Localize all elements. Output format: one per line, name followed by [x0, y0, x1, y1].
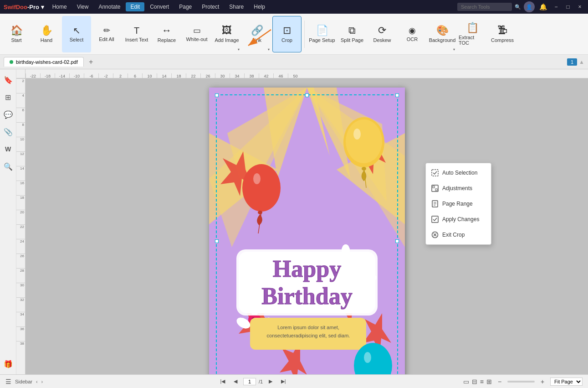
svg-point-23 [242, 164, 281, 212]
tool-background[interactable]: 🎨 Background ▾ [428, 16, 457, 52]
tool-edit-all[interactable]: ✏ Edit All [92, 16, 121, 52]
svg-text:Birthday: Birthday [261, 283, 352, 309]
ctx-exit-crop-label: Exit Crop [442, 232, 465, 238]
tool-page-setup[interactable]: 📄 Page Setup [307, 16, 337, 52]
zoom-slider[interactable] [507, 381, 535, 383]
tab-scroll-up[interactable]: ▲ [579, 59, 584, 65]
tab-add-button[interactable]: + [86, 57, 97, 67]
tool-hand[interactable]: ✋ Hand [32, 16, 61, 52]
ruler-mark-v: 20 [16, 210, 25, 224]
tool-compress[interactable]: 🗜 Compress [488, 16, 517, 52]
tool-start[interactable]: 🏠 Start [2, 16, 31, 52]
tool-compress-label: Compress [491, 37, 514, 43]
zoom-in-button[interactable]: + [537, 377, 547, 387]
ctx-exit-crop[interactable]: Exit Crop [426, 227, 491, 243]
crop-icon: ⊡ [283, 26, 291, 36]
tab-filename: birthday-wishes-card-02.pdf [16, 59, 78, 65]
sidebar-search[interactable]: 🔍 [1, 160, 15, 173]
zoom-select[interactable]: Fit Page 50% 75% 100% 125% 150% [550, 378, 583, 386]
ruler-mark-v: 30 [16, 283, 25, 297]
sidebar-label: Sidebar [15, 379, 32, 384]
ruler-mark-v: 18 [16, 195, 25, 210]
menu-view[interactable]: View [72, 2, 93, 11]
sidebar-bookmark[interactable]: 🔖 [1, 73, 15, 87]
bottombar-center: |◀ ◀ /1 ▶ ▶| [218, 377, 288, 387]
link-icon: 🔗 [251, 26, 263, 36]
sidebar-next-button[interactable]: › [41, 379, 43, 384]
svg-rect-94 [432, 170, 438, 176]
tool-white-out[interactable]: ▭ White-out [182, 16, 211, 52]
close-button[interactable]: × [575, 2, 584, 11]
last-page-button[interactable]: ▶| [278, 377, 288, 387]
sidebar-toggle-icon[interactable]: ☰ [5, 378, 11, 385]
maximize-button[interactable]: □ [563, 2, 573, 11]
tool-replace-label: Replace [158, 37, 176, 43]
ruler-mark: -10 [69, 73, 84, 78]
deskew-icon: ⟳ [378, 26, 386, 36]
view-single-icon[interactable]: ▭ [463, 378, 469, 385]
tool-extract-toc[interactable]: 📋 Extract TOC [458, 16, 487, 52]
tool-link[interactable]: 🔗 Link ▾ [242, 16, 271, 52]
add-image-dropdown: ▾ [238, 47, 240, 52]
menu-help[interactable]: Help [249, 2, 270, 11]
ctx-apply-changes[interactable]: Apply Changes [426, 212, 491, 227]
prev-page-button[interactable]: ◀ [230, 377, 240, 387]
tool-deskew[interactable]: ⟳ Deskew [368, 16, 397, 52]
first-page-button[interactable]: |◀ [218, 377, 228, 387]
menu-edit[interactable]: Edit [126, 2, 144, 11]
zoom-out-button[interactable]: − [495, 377, 505, 387]
tab-scroll: 1 ▲ [565, 58, 584, 66]
minimize-button[interactable]: − [552, 2, 561, 11]
tool-split-page[interactable]: ⧉ Split Page [337, 16, 367, 52]
menu-share[interactable]: Share [225, 2, 248, 11]
menu-protect[interactable]: Protect [197, 2, 224, 11]
next-page-button[interactable]: ▶ [266, 377, 276, 387]
tab-saved-indicator [10, 60, 13, 64]
ruler-mark-v: 28 [16, 268, 25, 283]
tool-add-image[interactable]: 🖼 Add Image ▾ [212, 16, 241, 52]
ruler-mark: 18 [171, 73, 186, 78]
sidebar-comments[interactable]: 💬 [1, 108, 15, 121]
white-out-icon: ▭ [193, 26, 201, 35]
ruler-corner [16, 69, 26, 78]
search-input[interactable] [457, 3, 512, 11]
sidebar-gift[interactable]: 🎁 [1, 357, 15, 371]
view-scroll-icon[interactable]: ≡ [480, 378, 484, 385]
ctx-page-range[interactable]: Page Range [426, 196, 491, 212]
ruler-mark: 6 [128, 73, 142, 78]
sidebar-attachments[interactable]: 📎 [1, 125, 15, 139]
ruler-mark: 38 [244, 73, 259, 78]
page-number-input[interactable] [243, 378, 256, 385]
menu-annotate[interactable]: Annotate [94, 2, 125, 11]
ruler-mark-v: 26 [16, 253, 25, 268]
sidebar-pages[interactable]: ⊞ [1, 90, 15, 104]
ctx-adjustments[interactable]: Adjustments [426, 181, 491, 196]
svg-point-77 [364, 352, 371, 363]
tool-insert-text[interactable]: T Insert Text [122, 16, 151, 52]
tool-crop-label: Crop [281, 37, 292, 43]
tool-crop[interactable]: ⊡ Crop [272, 16, 302, 52]
ruler-mark-v: 4 [16, 93, 25, 108]
page-total-label: /1 [259, 379, 263, 384]
sidebar-prev-button[interactable]: ‹ [36, 379, 38, 384]
svg-text:consectetueradipiscing elit, s: consectetueradipiscing elit, sed diam. [266, 333, 350, 338]
ruler-mark-v: 2 [16, 78, 25, 93]
ctx-auto-selection[interactable]: Auto Selection [426, 165, 491, 181]
tool-select[interactable]: ↖ Select [62, 16, 91, 52]
tool-ocr[interactable]: ◉ OCR [398, 16, 427, 52]
ruler-mark: 42 [259, 73, 273, 78]
tab-document[interactable]: birthday-wishes-card-02.pdf [4, 57, 84, 67]
user-icon: 👤 [524, 1, 535, 12]
ruler-mark: 34 [230, 73, 244, 78]
ruler-content: -22 -18 -14 -10 -6 -2 2 6 10 14 18 22 26… [26, 69, 302, 78]
view-double-icon[interactable]: ⊟ [472, 378, 477, 385]
menu-page[interactable]: Page [174, 2, 196, 11]
view-grid-icon[interactable]: ⊞ [486, 378, 492, 385]
ruler-mark: 22 [186, 73, 200, 78]
menu-convert[interactable]: Convert [145, 2, 174, 11]
sidebar-word[interactable]: W [1, 142, 15, 156]
menu-home[interactable]: Home [48, 2, 72, 11]
bottombar: ☰ Sidebar ‹ › |◀ ◀ /1 ▶ ▶| ▭ ⊟ ≡ ⊞ − + F… [0, 374, 588, 388]
tool-replace[interactable]: ↔ Replace [152, 16, 181, 52]
svg-text:Lorem ipsum dolor sit amet,: Lorem ipsum dolor sit amet, [277, 325, 339, 330]
